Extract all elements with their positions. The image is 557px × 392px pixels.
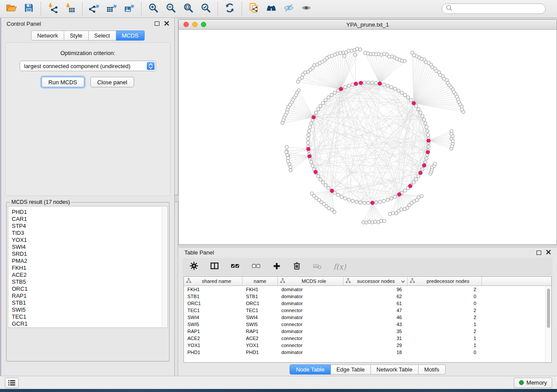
unselect-all-button[interactable]	[252, 262, 261, 272]
mcds-result-item[interactable]: FKH1	[12, 265, 167, 272]
import-network-button[interactable]	[44, 2, 62, 16]
table-scrollbar-thumb[interactable]	[547, 289, 550, 328]
cell-predecessor-nodes[interactable]: 0	[408, 301, 482, 306]
mcds-result-list[interactable]: PHD1CAR1STP4TID3YOX1SWI4SRD1PMA2FKH1ACE2…	[8, 206, 168, 328]
table-row-SWI5[interactable]: SWI5 SWI5 connector 43 1	[184, 321, 551, 328]
table-row-SWI4[interactable]: SWI4 SWI4 dominator 46 2	[184, 314, 551, 321]
refresh-button[interactable]	[221, 2, 239, 16]
cell-mcds-role[interactable]: dominator	[278, 294, 343, 299]
mcds-result-item[interactable]: ORC1	[12, 285, 167, 292]
search-input[interactable]	[455, 5, 542, 12]
minimize-traffic-light[interactable]	[192, 22, 197, 27]
cell-name[interactable]: FKH1	[242, 287, 278, 292]
import-table-button[interactable]	[62, 2, 79, 16]
zoom-out-button[interactable]	[162, 2, 180, 16]
export-network-button[interactable]	[86, 2, 103, 16]
mcds-result-item[interactable]: PHD1	[12, 209, 167, 216]
run-mcds-button[interactable]: Run MCDS	[42, 77, 84, 87]
cell-successor-nodes[interactable]: 43	[343, 322, 408, 327]
tab-network[interactable]: Network	[31, 31, 64, 41]
memory-button[interactable]: Memory	[514, 378, 552, 388]
cell-shared-name[interactable]: ACE2	[184, 336, 242, 341]
column-header-name[interactable]: name	[242, 277, 278, 285]
cell-shared-name[interactable]: PHD1	[184, 350, 242, 355]
cell-shared-name[interactable]: TEC1	[184, 308, 242, 313]
tab-network-table[interactable]: Network Table	[371, 364, 419, 375]
select-all-button[interactable]	[231, 262, 240, 272]
panel-splitter[interactable]	[174, 18, 178, 376]
cell-predecessor-nodes[interactable]: 0	[408, 294, 482, 299]
float-panel-icon[interactable]	[155, 21, 159, 26]
zoom-in-button[interactable]	[145, 2, 162, 16]
close-table-panel-icon[interactable]	[546, 249, 551, 256]
cell-shared-name[interactable]: FKH1	[184, 287, 242, 292]
mcds-result-item[interactable]: SRD1	[12, 251, 167, 258]
clone-network-button[interactable]	[245, 2, 263, 16]
mcds-result-item[interactable]: TEC1	[12, 313, 167, 320]
network-canvas[interactable]	[179, 30, 557, 245]
float-table-panel-icon[interactable]	[536, 251, 541, 255]
first-neighbors-button[interactable]	[263, 2, 280, 16]
tab-style[interactable]: Style	[64, 31, 89, 41]
table-row-PHD1[interactable]: PHD1 PHD1 dominator 18 0	[184, 349, 551, 356]
tab-mcds[interactable]: MCDS	[116, 31, 145, 41]
cell-successor-nodes[interactable]: 31	[343, 336, 408, 341]
column-header-MCDS-role[interactable]: MCDS role	[278, 277, 343, 285]
cell-predecessor-nodes[interactable]: 1	[408, 336, 482, 341]
cell-mcds-role[interactable]: connector	[278, 308, 343, 313]
open-file-button[interactable]	[3, 2, 20, 16]
close-panel-button[interactable]: Close panel	[90, 77, 135, 87]
mcds-result-item[interactable]: PMA2	[12, 258, 167, 265]
search-box[interactable]	[442, 3, 546, 14]
add-column-button[interactable]	[273, 262, 281, 272]
cell-name[interactable]: STB1	[242, 294, 278, 299]
table-row-YOX1[interactable]: YOX1 YOX1 connector 29 1	[184, 342, 551, 349]
cell-name[interactable]: SWI5	[242, 322, 278, 327]
cell-successor-nodes[interactable]: 29	[343, 343, 408, 348]
cell-successor-nodes[interactable]: 46	[343, 315, 408, 320]
mcds-result-item[interactable]: YOX1	[12, 237, 167, 244]
splitter-handle[interactable]	[174, 195, 179, 202]
save-session-button[interactable]	[20, 2, 38, 16]
table-row-ORC1[interactable]: ORC1 ORC1 dominator 61 0	[184, 300, 551, 307]
optimization-criterion-select[interactable]: largest connected component (undirected)	[20, 61, 156, 71]
mcds-result-item[interactable]: STP4	[12, 223, 167, 230]
mcds-result-item[interactable]: STB5	[12, 279, 167, 285]
cell-shared-name[interactable]: YOX1	[184, 343, 242, 348]
cell-name[interactable]: TEC1	[242, 308, 278, 313]
hide-selected-button[interactable]	[280, 2, 298, 16]
cell-predecessor-nodes[interactable]: 2	[408, 329, 482, 334]
mcds-result-item[interactable]: CAR1	[12, 216, 167, 223]
close-panel-icon[interactable]	[164, 21, 169, 27]
cell-mcds-role[interactable]: dominator	[278, 350, 343, 355]
cell-name[interactable]: PHD1	[242, 350, 278, 355]
cell-mcds-role[interactable]: connector	[278, 322, 343, 327]
export-table-button[interactable]	[103, 2, 121, 16]
cell-successor-nodes[interactable]: 47	[343, 308, 408, 313]
table-row-FKH1[interactable]: FKH1 FKH1 dominator 96 2	[184, 286, 551, 293]
export-image-button[interactable]	[121, 2, 138, 16]
cell-shared-name[interactable]: RAP1	[184, 329, 242, 334]
cell-shared-name[interactable]: SWI5	[184, 322, 242, 327]
table-scrollbar[interactable]	[545, 286, 551, 362]
cell-successor-nodes[interactable]: 62	[343, 294, 408, 299]
cell-mcds-role[interactable]: connector	[278, 343, 343, 348]
task-history-button[interactable]	[5, 378, 19, 388]
column-header-successor-nodes[interactable]: successor nodes	[343, 277, 408, 285]
mcds-result-item[interactable]: STB1	[12, 299, 167, 306]
delete-column-button[interactable]	[293, 261, 301, 272]
show-columns-button[interactable]	[210, 262, 219, 272]
table-row-RAP1[interactable]: RAP1 RAP1 dominator 35 2	[184, 328, 551, 335]
mcds-list-scrollbar[interactable]	[162, 207, 167, 327]
maximize-traffic-light[interactable]	[201, 22, 206, 27]
cell-mcds-role[interactable]: connector	[278, 336, 343, 341]
cell-predecessor-nodes[interactable]: 0	[408, 350, 482, 355]
mcds-result-item[interactable]: RAP1	[12, 292, 167, 299]
cell-name[interactable]: YOX1	[242, 343, 278, 348]
cell-name[interactable]: SWI4	[242, 315, 278, 320]
cell-name[interactable]: ACE2	[242, 336, 278, 341]
column-header-shared-name[interactable]: shared name	[184, 277, 242, 285]
close-traffic-light[interactable]	[183, 22, 189, 27]
cell-predecessor-nodes[interactable]: 1	[408, 322, 482, 327]
table-row-TEC1[interactable]: TEC1 TEC1 connector 47 2	[184, 307, 551, 314]
